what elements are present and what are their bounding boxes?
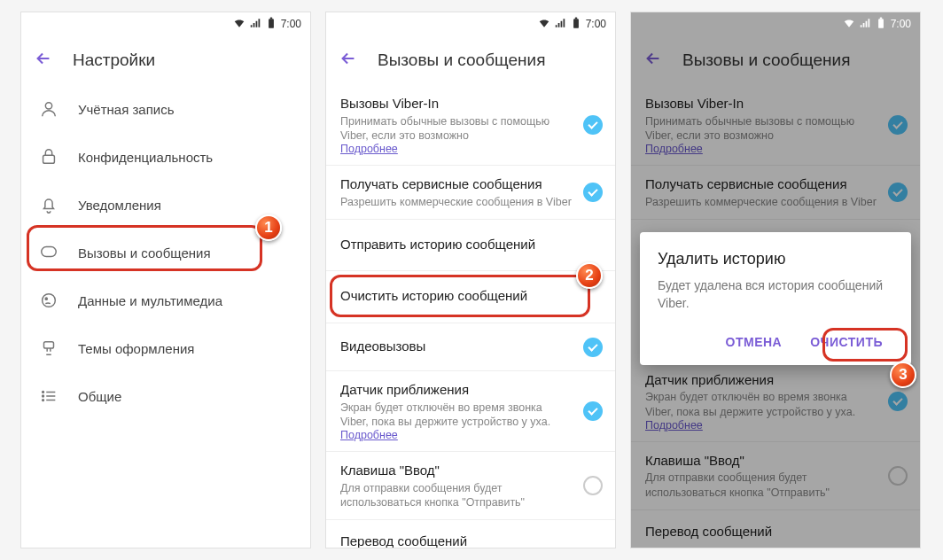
settings-item-account[interactable]: Учётная запись bbox=[21, 85, 310, 133]
item-title: Получать сервисные сообщения bbox=[340, 175, 573, 193]
item-title: Получать сервисные сообщения bbox=[645, 175, 877, 193]
svg-point-6 bbox=[45, 298, 47, 299]
svg-rect-11 bbox=[573, 19, 579, 27]
item-viber-in[interactable]: Вызовы Viber-In Принимать обычные вызовы… bbox=[326, 85, 615, 166]
item-send-history[interactable]: Отправить историю сообщений bbox=[326, 220, 615, 272]
settings-item-privacy[interactable]: Конфиденциальность bbox=[21, 133, 310, 181]
phone-screen-3: 7:00 Вызовы и сообщения Вызовы Viber-In … bbox=[631, 12, 920, 548]
item-title: Вызовы Viber-In bbox=[645, 95, 877, 113]
cancel-button[interactable]: ОТМЕНА bbox=[715, 328, 793, 356]
step-badge-1: 1 bbox=[255, 214, 282, 241]
battery-icon bbox=[265, 17, 277, 32]
status-time: 7:00 bbox=[281, 18, 301, 30]
toggle-on bbox=[888, 115, 908, 135]
settings-item-general[interactable]: Общие bbox=[21, 372, 310, 420]
calls-list: Вызовы Viber-In Принимать обычные вызовы… bbox=[326, 85, 615, 548]
lock-icon bbox=[39, 147, 58, 167]
status-bar: 7:00 bbox=[326, 12, 615, 35]
item-viber-in: Вызовы Viber-In Принимать обычные вызовы… bbox=[631, 85, 920, 166]
more-link: Подробнее bbox=[645, 419, 877, 432]
settings-label: Уведомления bbox=[78, 198, 161, 213]
confirm-button[interactable]: ОЧИСТИТЬ bbox=[799, 328, 893, 356]
item-video-calls[interactable]: Видеовызовы bbox=[326, 323, 615, 372]
app-bar: Настройки bbox=[21, 35, 310, 85]
chat-icon bbox=[39, 243, 58, 262]
status-bar: 7:00 bbox=[21, 12, 310, 35]
item-title: Очистить историю сообщений bbox=[340, 287, 601, 305]
item-service-msgs[interactable]: Получать сервисные сообщения Разрешить к… bbox=[326, 166, 615, 220]
item-subtitle: Разрешить коммерческие сообщения в Viber bbox=[340, 195, 573, 209]
signal-icon bbox=[249, 17, 261, 32]
battery-icon bbox=[875, 17, 887, 32]
item-translate: Перевод сообщений bbox=[631, 510, 920, 548]
svg-point-9 bbox=[43, 395, 44, 397]
back-button[interactable] bbox=[339, 49, 358, 72]
toggle-on[interactable] bbox=[583, 183, 603, 202]
page-title: Вызовы и сообщения bbox=[682, 51, 850, 70]
back-button[interactable] bbox=[34, 49, 53, 72]
toggle-on[interactable] bbox=[583, 401, 603, 421]
svg-rect-7 bbox=[44, 342, 54, 348]
settings-label: Общие bbox=[78, 389, 121, 404]
item-proximity: Датчик приближения Экран будет отключён … bbox=[631, 362, 920, 442]
item-enter-key: Клавиша "Ввод" Для отправки сообщения бу… bbox=[631, 442, 920, 510]
back-button[interactable] bbox=[643, 49, 663, 72]
page-title: Настройки bbox=[73, 51, 155, 70]
item-title: Датчик приближения bbox=[340, 381, 573, 399]
signal-icon bbox=[554, 17, 566, 32]
toggle-on[interactable] bbox=[583, 338, 603, 357]
item-subtitle: Экран будет отключён во время звонка Vib… bbox=[340, 401, 573, 430]
phone-screen-1: 7:00 Настройки Учётная запись Конфиденци… bbox=[21, 12, 310, 548]
battery-icon bbox=[570, 17, 582, 32]
item-translate[interactable]: Перевод сообщений bbox=[326, 520, 615, 548]
app-bar: Вызовы и сообщения bbox=[631, 35, 920, 85]
item-subtitle: Экран будет отключён во время звонка Vib… bbox=[645, 390, 877, 419]
svg-point-8 bbox=[43, 392, 44, 393]
item-title: Вызовы Viber-In bbox=[340, 95, 573, 113]
item-title: Перевод сообщений bbox=[340, 533, 601, 548]
wifi-icon bbox=[233, 17, 245, 32]
list-icon bbox=[39, 386, 58, 406]
svg-rect-0 bbox=[269, 19, 274, 27]
media-icon bbox=[39, 291, 58, 310]
settings-label: Данные и мультимедиа bbox=[78, 293, 222, 308]
item-title: Перевод сообщений bbox=[645, 523, 906, 541]
svg-point-2 bbox=[45, 103, 51, 109]
settings-list: Учётная запись Конфиденциальность Уведом… bbox=[21, 85, 310, 548]
settings-item-media[interactable]: Данные и мультимедиа bbox=[21, 276, 310, 324]
confirm-dialog: Удалить историю Будет удалена вся истори… bbox=[640, 232, 911, 365]
item-title: Датчик приближения bbox=[645, 371, 877, 389]
signal-icon bbox=[859, 17, 871, 32]
user-icon bbox=[39, 99, 58, 119]
settings-item-themes[interactable]: Темы оформления bbox=[21, 324, 310, 372]
settings-label: Конфиденциальность bbox=[78, 150, 213, 165]
settings-label: Учётная запись bbox=[78, 102, 175, 117]
svg-point-5 bbox=[43, 294, 56, 307]
item-subtitle: Для отправки сообщения будет использоват… bbox=[645, 471, 877, 500]
step-badge-3: 3 bbox=[890, 362, 916, 388]
more-link[interactable]: Подробнее bbox=[340, 143, 573, 155]
dialog-actions: ОТМЕНА ОЧИСТИТЬ bbox=[658, 328, 893, 356]
toggle-on bbox=[888, 392, 908, 411]
svg-rect-14 bbox=[879, 17, 881, 19]
phone-screen-2: 7:00 Вызовы и сообщения Вызовы Viber-In … bbox=[326, 12, 615, 548]
item-title: Клавиша "Ввод" bbox=[340, 462, 573, 479]
toggle-on[interactable] bbox=[583, 115, 603, 135]
item-proximity[interactable]: Датчик приближения Экран будет отключён … bbox=[326, 371, 615, 452]
svg-point-10 bbox=[43, 400, 44, 401]
more-link[interactable]: Подробнее bbox=[340, 429, 573, 441]
svg-rect-12 bbox=[574, 17, 576, 19]
item-title: Видеовызовы bbox=[340, 338, 573, 355]
toggle-on bbox=[888, 183, 908, 202]
bell-icon bbox=[39, 195, 58, 214]
settings-label: Темы оформления bbox=[78, 341, 194, 356]
item-enter-key[interactable]: Клавиша "Ввод" Для отправки сообщения бу… bbox=[326, 452, 615, 520]
item-clear-history[interactable]: Очистить историю сообщений bbox=[326, 271, 615, 323]
brush-icon bbox=[39, 338, 58, 358]
page-title: Вызовы и сообщения bbox=[378, 51, 545, 70]
item-title: Клавиша "Ввод" bbox=[645, 452, 877, 470]
step-badge-2: 2 bbox=[576, 262, 603, 289]
toggle-off[interactable] bbox=[583, 476, 603, 495]
wifi-icon bbox=[843, 17, 855, 32]
toggle-off bbox=[888, 466, 908, 486]
